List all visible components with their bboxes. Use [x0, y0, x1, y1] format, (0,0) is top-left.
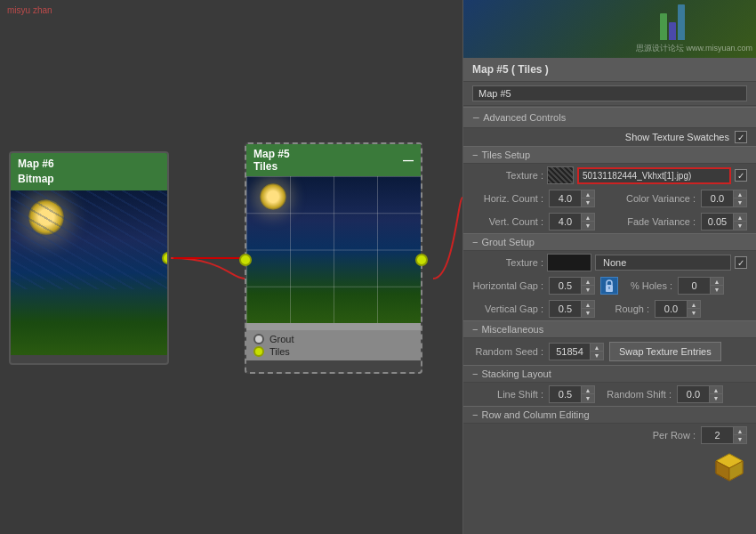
node-map5-bottom [246, 323, 421, 330]
3d-box-icon [712, 449, 747, 485]
horiz-count-spinner[interactable]: 4.0 ▲ ▼ [549, 190, 595, 207]
node-map5-input-connector[interactable] [239, 254, 252, 266]
node-map6-image [11, 190, 167, 355]
vert-count-up[interactable]: ▲ [582, 214, 594, 222]
texture-checkbox[interactable] [735, 169, 747, 182]
vgap-down[interactable]: ▼ [582, 309, 594, 317]
misc-row: Random Seed : 51854 ▲ ▼ Swap Texture Ent… [463, 338, 756, 365]
vgap-value: 0.5 [550, 303, 581, 314]
pct-holes-label: % Holes : [623, 280, 672, 291]
stacking-minus[interactable]: − [472, 368, 478, 379]
random-shift-up[interactable]: ▲ [710, 386, 722, 394]
misc-minus[interactable]: − [472, 324, 478, 335]
grout-checkbox[interactable] [735, 256, 747, 269]
map-name-input[interactable] [472, 85, 747, 101]
hgap-down[interactable]: ▼ [582, 286, 594, 294]
output-grout: Grout [253, 334, 414, 344]
line-shift-spinner[interactable]: 0.5 ▲ ▼ [549, 385, 595, 403]
random-shift-spinner[interactable]: 0.0 ▲ ▼ [677, 385, 723, 403]
tiles-dot[interactable] [253, 346, 264, 357]
tiles-setup-minus[interactable]: − [472, 150, 478, 160]
random-shift-label: Random Shift : [600, 389, 672, 400]
misc-label: Miscellaneous [481, 324, 543, 335]
node-map6-output-connector[interactable] [162, 252, 169, 264]
texture-filename[interactable]: 50131182444_Vkhxt[1].jpg) [577, 167, 731, 184]
row-column-minus[interactable]: − [472, 409, 478, 420]
rough-value: 0.0 [655, 303, 687, 314]
per-row-down[interactable]: ▼ [734, 435, 746, 443]
texture-row: Texture : 50131182444_Vkhxt[1].jpg) [463, 164, 756, 187]
grout-dot[interactable] [253, 334, 264, 344]
hgap-spinner[interactable]: 0.5 ▲ ▼ [549, 277, 595, 295]
node-map5-output-connector[interactable] [415, 254, 428, 266]
grout-preview[interactable] [547, 254, 591, 271]
node-map5-header: Map #5 Tiles — [246, 144, 421, 176]
vert-count-spinner[interactable]: 4.0 ▲ ▼ [549, 213, 595, 231]
tiles-setup-label: Tiles Setup [481, 150, 530, 160]
random-shift-value: 0.0 [678, 389, 709, 400]
random-seed-up[interactable]: ▲ [591, 344, 603, 352]
pct-holes-down[interactable]: ▼ [711, 286, 723, 294]
per-row-spinner-btns: ▲ ▼ [733, 427, 746, 443]
lock-icon[interactable] [600, 277, 618, 295]
grout-none[interactable]: None [595, 255, 731, 271]
swap-texture-button[interactable]: Swap Texture Entries [609, 342, 721, 361]
hgap-up[interactable]: ▲ [582, 278, 594, 286]
tiles-grid-overlay [246, 176, 421, 323]
rough-down[interactable]: ▼ [688, 309, 700, 317]
fade-variance-down[interactable]: ▼ [734, 222, 746, 230]
rough-spinner[interactable]: 0.0 ▲ ▼ [655, 300, 701, 318]
pct-holes-up[interactable]: ▲ [711, 278, 723, 286]
pct-holes-spinner[interactable]: 0 ▲ ▼ [678, 277, 724, 295]
per-row-label: Per Row : [624, 430, 696, 441]
random-shift-down[interactable]: ▼ [710, 394, 722, 402]
misc-header: − Miscellaneous [463, 320, 756, 338]
per-row-spinner[interactable]: 2 ▲ ▼ [701, 426, 747, 444]
line-shift-down[interactable]: ▼ [582, 394, 594, 402]
fade-variance-up[interactable]: ▲ [734, 214, 746, 222]
tiles-setup-header: − Tiles Setup [463, 146, 756, 164]
color-bar-teal [678, 4, 685, 40]
svg-rect-2 [608, 287, 610, 289]
fade-variance-spinner-btns: ▲ ▼ [733, 214, 746, 230]
color-variance-down[interactable]: ▼ [734, 198, 746, 206]
per-row-up[interactable]: ▲ [734, 427, 746, 435]
rp-map-name-row [463, 82, 756, 106]
watermark-top-left: misyu zhan [7, 5, 52, 15]
color-variance-spinner[interactable]: 0.0 ▲ ▼ [701, 190, 747, 207]
color-variance-up[interactable]: ▲ [734, 190, 746, 198]
advanced-controls-label: Advanced Controls [483, 112, 566, 123]
node-map6: Map #6 Bitmap [9, 151, 169, 365]
random-seed-down[interactable]: ▼ [591, 352, 603, 360]
color-bar-blue [669, 22, 676, 40]
texture-label: Texture : [472, 170, 543, 181]
rough-up[interactable]: ▲ [688, 301, 700, 309]
show-swatches-checkbox[interactable] [735, 131, 747, 143]
line-shift-up[interactable]: ▲ [582, 386, 594, 394]
vgap-spinner-btns: ▲ ▼ [581, 301, 594, 317]
color-variance-spinner-btns: ▲ ▼ [733, 190, 746, 206]
row-column-header: − Row and Column Editing [463, 406, 756, 424]
vert-count-label: Vert. Count : [472, 216, 543, 227]
rough-spinner-btns: ▲ ▼ [687, 301, 700, 317]
show-swatches-label: Show Texture Swatches [625, 132, 729, 142]
canvas-area: misyu zhan Map #6 Bitmap Map #5 Tiles — [0, 0, 462, 534]
vert-count-down[interactable]: ▼ [582, 222, 594, 230]
show-swatches-row: Show Texture Swatches [463, 128, 756, 146]
advanced-controls-minus[interactable]: − [472, 110, 479, 125]
horiz-count-up[interactable]: ▲ [582, 190, 594, 198]
vgap-up[interactable]: ▲ [582, 301, 594, 309]
node-map5-header-text: Map #5 Tiles [253, 148, 290, 173]
fade-variance-spinner[interactable]: 0.05 ▲ ▼ [701, 213, 747, 231]
per-row-value: 2 [702, 430, 733, 441]
3d-icon-area [712, 449, 747, 487]
rough-label: Rough : [600, 303, 649, 314]
line-shift-value: 0.5 [550, 389, 581, 400]
texture-preview[interactable] [547, 166, 574, 184]
vgap-spinner[interactable]: 0.5 ▲ ▼ [549, 300, 595, 318]
grout-setup-minus[interactable]: − [472, 237, 478, 247]
node-map5-minus[interactable]: — [403, 154, 414, 166]
horiz-count-down[interactable]: ▼ [582, 198, 594, 206]
tiles-label: Tiles [269, 346, 290, 357]
random-seed-spinner[interactable]: 51854 ▲ ▼ [549, 343, 604, 360]
